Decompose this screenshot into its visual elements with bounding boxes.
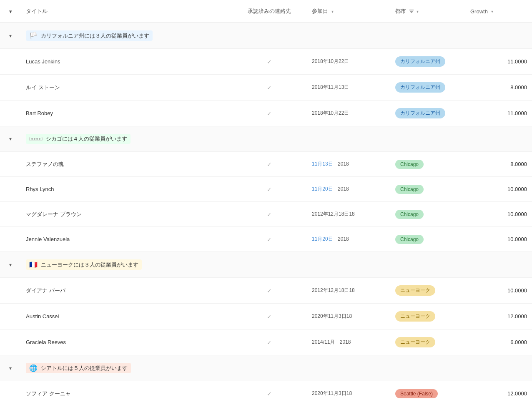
row-name: Graciela Reeves	[21, 336, 232, 349]
header-expand-col[interactable]: ▾	[0, 4, 21, 18]
header-city-label: 都市	[395, 8, 406, 15]
group-date-ca	[307, 33, 390, 39]
row-city: カリフォルニア州	[390, 79, 465, 96]
chevron-down-icon: ▾	[417, 9, 419, 14]
row-date: 2014/11月 2018	[307, 335, 390, 349]
header-approved-label: 承認済みの連絡先	[248, 8, 291, 15]
row-name: Rhys Lynch	[21, 183, 232, 196]
group-expand-seattle[interactable]: ▾	[0, 362, 21, 375]
group-city-ny	[390, 262, 465, 268]
person-name: Graciela Reeves	[26, 339, 66, 345]
row-growth: 8.0000	[465, 81, 532, 94]
header-date-label: 参加日	[312, 8, 328, 15]
chevron-btn-california[interactable]: ▾	[5, 33, 16, 39]
person-name: Lucas Jenkins	[26, 58, 60, 65]
header-approved[interactable]: 承認済みの連絡先	[232, 4, 307, 18]
california-flag-icon: 🏳️	[29, 32, 38, 40]
chevron-btn-newyork[interactable]: ▾	[5, 262, 16, 268]
row-city: ニューヨーク	[390, 282, 465, 299]
row-date: 2018年10月22日	[307, 106, 390, 120]
row-city: カリフォルニア州	[390, 105, 465, 122]
group-expand-newyork[interactable]: ▾	[0, 259, 21, 271]
group-approved-chicago	[232, 136, 307, 142]
city-badge: Chicago	[395, 160, 424, 169]
table-row: ステファノの魂 ✓ 11月13日 2018 Chicago 8.0000	[0, 152, 532, 177]
row-growth: 11.0000	[465, 107, 532, 120]
header-growth[interactable]: Growth ▾	[465, 4, 532, 18]
row-growth: 6.0000	[465, 336, 532, 349]
header-title[interactable]: タイトル	[21, 4, 232, 18]
check-icon: ✓	[267, 390, 272, 397]
row-approved: ✓	[232, 387, 307, 400]
row-name: ダイアナ バーバ	[21, 284, 232, 298]
row-expand	[0, 287, 21, 294]
group-approved-seattle	[232, 365, 307, 372]
newyork-group-text: ニューヨークには３人の従業員がいます	[41, 261, 138, 269]
row-approved: ✓	[232, 107, 307, 120]
group-label-newyork: 🇫🇷 ニューヨークには３人の従業員がいます	[21, 256, 232, 273]
date-value: 11月13日 2018	[312, 161, 349, 168]
row-approved: ✓	[232, 284, 307, 297]
group-label-seattle: 🌐 シアトルには５人の従業員がいます	[21, 360, 232, 377]
chevron-btn-seattle[interactable]: ▾	[5, 365, 16, 371]
group-expand-california[interactable]: ▾	[0, 30, 21, 42]
row-approved: ✓	[232, 233, 307, 246]
row-approved: ✓	[232, 208, 307, 221]
group-row-chicago: ▾ シカゴには４人の従業員がいます	[0, 126, 532, 152]
california-group-text: カリフォルニア州には３人の従業員がいます	[41, 32, 149, 40]
city-badge: ニューヨーク	[395, 311, 435, 322]
table-row: ダイアナ バーバ ✓ 2012年12月18日18 ニューヨーク 10.0000	[0, 278, 532, 304]
growth-value: 12.0000	[507, 313, 527, 319]
growth-value: 8.0000	[510, 84, 527, 91]
row-date: 11月13日 2018	[307, 157, 390, 171]
city-badge: ニューヨーク	[395, 285, 435, 296]
person-name: Jennie Valenzuela	[26, 236, 70, 242]
header-city[interactable]: 都市 ▾	[390, 4, 465, 18]
group-row-seattle: ▾ 🌐 シアトルには５人の従業員がいます	[0, 355, 532, 381]
header-date[interactable]: 参加日 ▾	[307, 4, 390, 18]
row-expand	[0, 313, 21, 320]
row-name: Jennie Valenzuela	[21, 233, 232, 246]
seattle-globe-icon: 🌐	[29, 364, 38, 372]
group-approved-ca	[232, 33, 307, 39]
check-icon: ✓	[267, 84, 272, 91]
person-name: ソフィア クーニャ	[26, 390, 71, 397]
row-name: Lucas Jenkins	[21, 55, 232, 68]
header-title-label: タイトル	[26, 8, 48, 15]
city-badge: ニューヨーク	[395, 337, 435, 347]
person-name: ステファノの魂	[26, 161, 64, 168]
date-value: 11月20日 2018	[312, 236, 349, 243]
check-icon: ✓	[267, 313, 272, 320]
row-date: 2018年11月13日	[307, 80, 390, 94]
chevron-down-icon: ▾	[491, 9, 493, 14]
check-icon: ✓	[267, 161, 272, 168]
chevron-btn-chicago[interactable]: ▾	[5, 136, 16, 142]
main-table: ▾ タイトル 承認済みの連絡先 参加日 ▾ 都市 ▾ Growth ▾	[0, 0, 532, 420]
group-city-ca	[390, 33, 465, 39]
row-growth: 8.0000	[465, 158, 532, 171]
group-expand-chicago[interactable]: ▾	[0, 133, 21, 145]
row-growth: 11.0000	[465, 55, 532, 68]
table-row: Graciela Reeves ✓ 2014/11月 2018 ニューヨーク 6…	[0, 329, 532, 355]
check-icon: ✓	[267, 236, 272, 243]
group-date-seattle	[307, 365, 390, 372]
row-growth: 10.0000	[465, 233, 532, 246]
group-date-chicago	[307, 136, 390, 142]
table-row: Bart Robey ✓ 2018年10月22日 カリフォルニア州 11.000…	[0, 101, 532, 126]
row-expand	[0, 390, 21, 397]
growth-value: 11.0000	[507, 110, 527, 116]
row-name: ステファノの魂	[21, 157, 232, 171]
table-row: Rhys Lynch ✓ 11月20日 2018 Chicago 10.0000	[0, 177, 532, 202]
table-row: マグダレーナ ブラウン ✓ 2012年12月18日18 Chicago 10.0…	[0, 202, 532, 227]
table-header: ▾ タイトル 承認済みの連絡先 参加日 ▾ 都市 ▾ Growth ▾	[0, 0, 532, 23]
row-city: カリフォルニア州	[390, 53, 465, 70]
row-expand	[0, 211, 21, 218]
row-approved: ✓	[232, 336, 307, 349]
table-row: Jennie Valenzuela ✓ 11月20日 2018 Chicago …	[0, 227, 532, 252]
group-growth-ca	[465, 33, 532, 39]
person-name: Austin Cassel	[26, 313, 59, 319]
table-row: Lucas Jenkins ✓ 2018年10月22日 カリフォルニア州 11.…	[0, 49, 532, 75]
city-badge: Chicago	[395, 210, 424, 219]
table-row: ルイ ストーン ✓ 2018年11月13日 カリフォルニア州 8.0000	[0, 75, 532, 101]
table-row: Austin Cassel ✓ 2020年11月3日18 ニューヨーク 12.0…	[0, 304, 532, 329]
